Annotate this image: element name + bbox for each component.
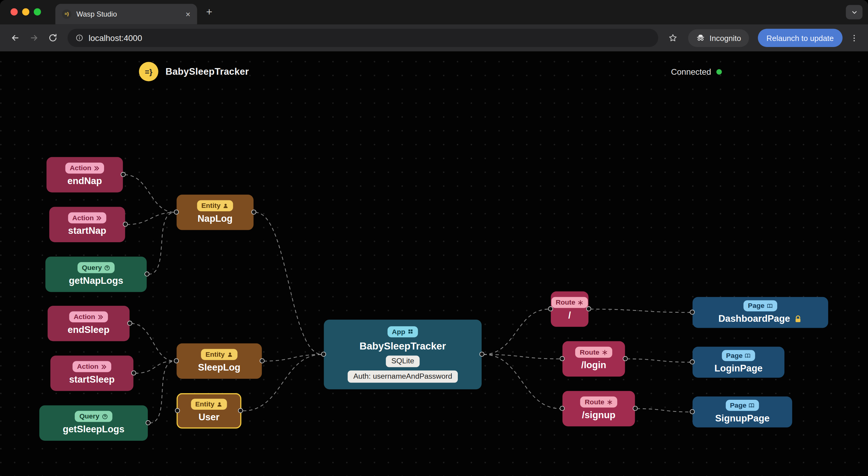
node-SignupPage[interactable]: PageSignupPage [692,397,792,428]
incognito-label: Incognito [710,33,741,42]
edge-route-root-to-DashboardPage [590,309,691,312]
node-startSleep[interactable]: ActionstartSleep [50,355,133,391]
double-chevron-icon [96,215,102,221]
node-type-badge: Page [743,300,777,311]
port-left[interactable] [174,210,179,215]
node-title: endNap [67,176,102,187]
tab-search-chevron-button[interactable] [846,5,863,20]
reload-button[interactable] [44,30,61,46]
node-getNapLogs[interactable]: QuerygetNapLogs [45,257,147,292]
edge-getSleepLogs-to-SleepLog [150,361,175,423]
edge-app-to-route-login [483,354,561,359]
port-left[interactable] [690,310,695,315]
person-icon [217,401,223,407]
browser-window: =} Wasp Studio × + [0,0,868,476]
asterisk-icon [602,349,608,355]
node-endNap[interactable]: ActionendNap [46,157,123,192]
page-header: =} BabySleepTracker [139,62,249,81]
edge-route-signup-to-SignupPage [637,409,691,412]
port-left[interactable] [321,351,326,357]
double-chevron-icon [97,314,103,320]
node-route-root[interactable]: Route/ [551,291,588,327]
port-left[interactable] [560,356,565,361]
node-type-label: Route [580,348,599,357]
port-right[interactable] [131,371,136,376]
port-right[interactable] [623,356,628,361]
node-type-badge: Page [726,400,760,411]
graph-canvas[interactable]: =} BabySleepTracker Connected ActionendN… [0,52,868,476]
node-type-label: Action [70,164,91,173]
question-circle-icon [102,413,108,419]
node-User[interactable]: EntityUser [177,393,242,429]
edge-app-to-route-signup [483,354,561,409]
port-right[interactable] [238,408,243,413]
node-app[interactable]: AppBabySleepTrackerSQLiteAuth: usernameA… [324,320,482,389]
port-left[interactable] [175,408,180,413]
node-title: endSleep [67,325,110,336]
node-type-badge: Action [68,212,106,224]
node-type-badge: Route [551,297,588,308]
port-right[interactable] [633,406,638,411]
port-left[interactable] [548,306,553,311]
minimize-window-button[interactable] [22,8,29,16]
back-button[interactable] [7,30,23,46]
port-right[interactable] [260,358,265,363]
node-type-label: Page [748,302,765,311]
url-text[interactable]: localhost:4000 [89,33,142,42]
port-right[interactable] [123,222,128,227]
browser-menu-button[interactable] [847,33,861,42]
lock-icon [794,315,803,324]
node-route-signup[interactable]: Route/signup [562,391,635,426]
address-bar[interactable]: localhost:4000 [67,29,658,47]
node-type-badge: Entity [201,349,238,360]
new-tab-button[interactable]: + [203,5,216,19]
port-right[interactable] [251,210,256,215]
site-info-icon[interactable] [75,34,84,42]
edge-NapLog-to-app [255,212,322,354]
node-type-badge: Entity [191,399,227,410]
node-title: SignupPage [715,413,769,424]
node-SleepLog[interactable]: EntitySleepLog [177,343,262,379]
port-right[interactable] [146,420,151,426]
port-right[interactable] [145,271,150,277]
book-icon [749,403,754,409]
port-left[interactable] [174,358,179,363]
zoom-window-button[interactable] [34,8,41,16]
node-title: SleepLog [198,363,240,373]
node-title: getSleepLogs [63,424,125,435]
tab-close-icon[interactable]: × [185,10,190,19]
node-DashboardPage[interactable]: PageDashboardPage [692,297,828,328]
connection-status: Connected [671,62,722,81]
node-startNap[interactable]: ActionstartNap [49,207,125,242]
port-left[interactable] [690,409,695,414]
browser-tab[interactable]: =} Wasp Studio × [56,4,197,24]
edge-app-to-route-root [483,309,549,354]
node-endSleep[interactable]: ActionendSleep [48,306,130,341]
edge-endNap-to-NapLog [125,175,175,212]
node-title: BabySleepTracker [360,340,446,352]
double-chevron-icon [101,364,107,370]
node-type-label: Route [585,398,604,407]
port-right[interactable] [127,321,132,326]
port-right[interactable] [586,306,591,311]
book-icon [745,353,751,359]
bookmark-star-button[interactable] [665,33,681,42]
node-title: User [198,412,219,423]
port-left[interactable] [560,406,565,411]
browser-toolbar: localhost:4000 Incognito Relaunch to upd… [0,24,868,52]
connection-status-label: Connected [671,67,711,76]
port-right[interactable] [121,172,126,177]
grid-icon [407,329,413,335]
node-title: NapLog [197,214,232,225]
relaunch-to-update-button[interactable]: Relaunch to update [757,29,843,47]
node-type-badge: Route [576,347,612,358]
port-right[interactable] [479,351,485,357]
node-route-login[interactable]: Route/login [562,341,625,377]
incognito-indicator: Incognito [688,29,749,47]
node-getSleepLogs[interactable]: QuerygetSleepLogs [39,405,148,440]
close-window-button[interactable] [10,8,18,16]
node-LoginPage[interactable]: PageLoginPage [692,347,784,378]
forward-button[interactable] [25,30,42,46]
port-left[interactable] [690,360,695,365]
node-NapLog[interactable]: EntityNapLog [177,195,254,230]
